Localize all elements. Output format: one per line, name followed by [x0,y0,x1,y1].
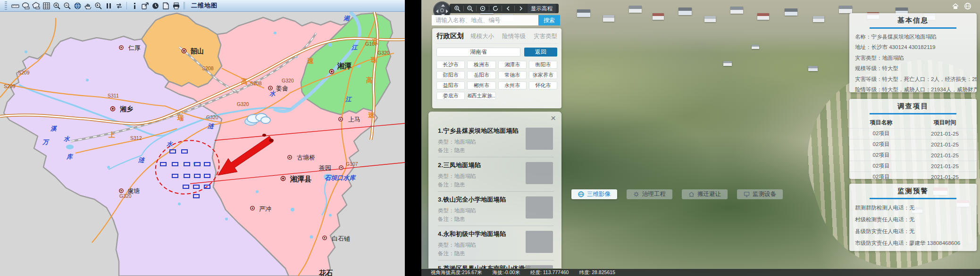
list-item-thumbnail[interactable] [526,265,553,268]
list-item[interactable]: 2.三凤地面塌陷 类型：地面塌陷 备注：隐患 [438,157,554,192]
table-row[interactable]: 02项目2021-01-25 [849,129,977,139]
place-label-xiangtanxian: 湘潭县 [290,175,311,183]
reset-rotate-icon[interactable] [491,4,500,13]
status-bar: 视角海拔高度:216.67米 海拔:-0.00米 经度: 113.777460 … [421,269,980,276]
list-item[interactable]: 3.铁山完全小学地面塌陷 类型：地面塌陷 备注：隐患 [438,192,554,226]
tab-disaster-type[interactable]: 灾害类型 [534,32,557,41]
city-button-chenzhou[interactable]: 郴州市 [467,81,495,89]
info-name: 名称：宁乡县煤炭坝地区地面塌陷 [849,32,977,42]
globe-icon[interactable] [964,2,972,10]
measure-distance-icon[interactable] [10,1,20,10]
page-icon[interactable] [160,1,171,10]
city-button-xiangtan[interactable]: 湘潭市 [498,61,527,69]
mode-button-monitoring-devices[interactable]: 监测设备 [737,189,783,199]
export-icon[interactable] [140,1,150,10]
house [678,8,692,15]
zoom-in-icon[interactable] [452,4,462,13]
zoom-in-icon[interactable] [51,1,62,10]
house [603,15,614,22]
info-icon[interactable] [129,1,140,10]
measure-polygon-icon[interactable] [31,1,41,10]
survey-projects-panel: 调查项目 项目名称 项目时间 02项目2021-01-25 02项目2021-0… [849,99,977,179]
pause-icon[interactable] [103,1,114,10]
project-name: 02项目 [849,152,913,159]
search-input[interactable] [432,15,538,25]
print-icon[interactable] [171,1,181,10]
mode-button-treatment-project[interactable]: 治理工程 [627,189,672,199]
compass-center[interactable] [440,8,444,12]
monitor-row: 村级检测责任人电话：无 [849,214,977,226]
mode-button-relocation[interactable]: 搬迁避让 [682,189,728,199]
city-button-shaoyang[interactable]: 邵阳市 [436,71,465,79]
rotate-right-icon[interactable] [516,4,526,13]
city-button-yueyang[interactable]: 岳阳市 [467,71,495,79]
history-icon[interactable] [150,1,160,10]
city-button-changde[interactable]: 常德市 [498,71,527,79]
rotate-left-icon[interactable] [503,4,513,13]
city-button-yongzhou[interactable]: 永州市 [498,81,527,89]
list-item-thumbnail[interactable] [526,162,553,184]
road-label-g320: G320 [377,50,390,56]
pan-icon[interactable] [83,1,93,10]
measure-area-icon[interactable] [20,1,31,10]
home-icon[interactable] [952,2,959,10]
swap-layers-icon[interactable] [114,1,124,10]
project-name: 02项目 [849,141,913,148]
search-bar: 搜索 [432,15,560,25]
house [629,6,642,13]
place-label-shaoshan: 韶山 [190,47,204,55]
road-label-g320: G320 [237,101,249,107]
list-item[interactable]: 5.芦淞区凤凰山体东南部山体滑坡 [438,260,554,268]
city-button-changsha[interactable]: 长沙市 [436,61,465,69]
house-icon [688,191,695,197]
place-label-renhou: 仁厚 [128,44,141,51]
full-extent-icon[interactable] [72,1,83,10]
tab-scale[interactable]: 规模大小 [470,32,494,41]
list-item[interactable]: 4.永和初级中学地面塌陷 类型：地面塌陷 备注：隐患 [438,226,554,260]
zoom-out-icon[interactable] [62,1,72,10]
compass-west-arrow[interactable] [436,9,438,13]
project-name: 02项目 [849,130,913,137]
close-icon[interactable]: × [551,114,556,123]
previous-extent-icon[interactable] [93,1,103,10]
highway-label: 瑞 [177,114,184,122]
compass-north-arrow[interactable] [441,4,445,7]
list-item[interactable]: 1.宁乡县煤炭坝地区地面塌陷 类型：地面塌陷 备注：隐患 [438,123,554,157]
back-button[interactable]: 返回 [524,48,557,57]
highway-label: 速 [368,111,375,119]
viewer-toolbar: 显示高程 [450,4,559,13]
city-button-zhuzhou[interactable]: 株洲市 [467,61,495,69]
locate-icon[interactable] [478,4,487,13]
table-row[interactable]: 02项目2021-01-25 [849,150,977,161]
road-label-g320: G320 [119,193,132,199]
status-view-altitude: 视角海拔高度:216.67米 [431,269,482,276]
map-canvas[interactable]: 仁厚 韶山 湘乡 湘潭 姜畲 上马 古塘桥 茶园 湘潭县 虞塘 严冲 白石铺 花… [0,12,405,276]
city-button-yiyang[interactable]: 益阳市 [436,81,465,89]
list-item-thumbnail[interactable] [526,196,553,219]
tab-admin-division[interactable]: 行政区划 [436,32,464,41]
tab-danger-level[interactable]: 险情等级 [502,32,526,41]
table-row[interactable]: 02项目2021-01-25 [849,161,977,172]
list-item-thumbnail[interactable] [526,231,553,253]
city-button-huaihua[interactable]: 怀化市 [529,81,557,89]
road-label-g107: G107 [346,161,358,167]
viewer-3d-pane: 显示高程 搜索 行政区划 规模大小 险情等级 灾害类型 湖南省 返回 长沙市 株… [421,0,980,276]
table-row[interactable]: 02项目2021-01-25 [849,139,977,150]
zoom-out-icon[interactable] [465,4,475,13]
highway-label: 高 [366,76,373,84]
mode-button-3d-imagery[interactable]: 三维影像 [571,189,617,199]
list-item-thumbnail[interactable] [526,128,553,150]
toolbar-grip[interactable] [5,1,7,10]
province-button[interactable]: 湖南省 [436,48,520,57]
show-elevation-button[interactable]: 显示高程 [528,4,556,13]
city-button-xiangxi[interactable]: 湘西土家族... [467,92,495,100]
search-button[interactable]: 搜索 [538,15,560,25]
info-scale-level: 规模等级：特大型 [849,63,977,74]
mode-label: 监测设备 [753,190,776,198]
grid-icon[interactable] [41,1,51,10]
city-button-loudi[interactable]: 娄底市 [436,92,465,100]
city-button-zhangjiajie[interactable]: 张家界市 [529,71,557,79]
table-row[interactable]: 02项目2021-01-25 [849,172,977,179]
city-button-hengyang[interactable]: 衡阳市 [529,61,557,69]
compass-east-arrow[interactable] [446,9,448,13]
